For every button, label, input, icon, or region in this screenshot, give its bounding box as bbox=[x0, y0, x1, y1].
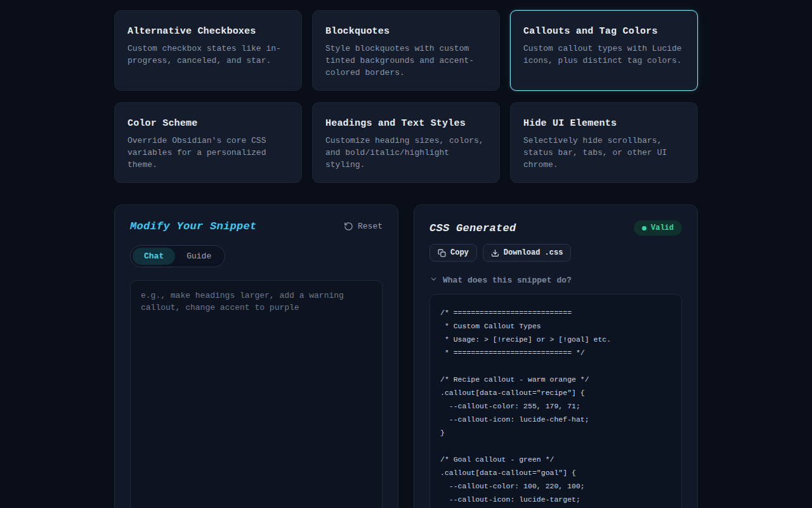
copy-icon bbox=[438, 249, 446, 257]
card-title: Hide UI Elements bbox=[523, 118, 684, 129]
css-generated-panel: CSS Generated Valid Copy Down bbox=[414, 204, 698, 508]
modify-snippet-panel: Modify Your Snippet Reset Chat Guide bbox=[114, 204, 398, 508]
card-title: Color Scheme bbox=[128, 118, 289, 129]
copy-button[interactable]: Copy bbox=[429, 244, 477, 262]
card-description: Style blockquotes with custom tinted bac… bbox=[325, 43, 487, 79]
card-title: Blockquotes bbox=[325, 26, 487, 37]
card-callouts-and-tag-colors[interactable]: Callouts and Tag Colors Custom callout t… bbox=[510, 10, 698, 91]
tab-chat[interactable]: Chat bbox=[133, 248, 175, 265]
card-description: Selectively hide scrollbars, status bar,… bbox=[523, 135, 684, 171]
card-title: Callouts and Tag Colors bbox=[523, 26, 684, 37]
panel-title: Modify Your Snippet bbox=[130, 220, 257, 232]
generated-css-code-box[interactable]: /* =========================== * Custom … bbox=[429, 294, 682, 508]
card-title: Alternative Checkboxes bbox=[128, 26, 289, 37]
chevron-down-icon bbox=[429, 275, 438, 286]
chat-prompt-input[interactable] bbox=[130, 280, 383, 508]
editor-mode-toggle: Chat Guide bbox=[130, 245, 225, 267]
status-dot-icon bbox=[642, 226, 646, 231]
explain-label: What does this snippet do? bbox=[443, 276, 572, 285]
card-description: Custom checkbox states like in-progress,… bbox=[128, 43, 289, 67]
card-blockquotes[interactable]: Blockquotes Style blockquotes with custo… bbox=[312, 10, 500, 91]
card-description: Custom callout types with Lucide icons, … bbox=[523, 43, 684, 67]
panel-title: CSS Generated bbox=[429, 222, 516, 234]
copy-label: Copy bbox=[450, 248, 469, 257]
download-icon bbox=[491, 249, 499, 257]
generated-css-code: /* =========================== * Custom … bbox=[440, 306, 671, 508]
download-css-button[interactable]: Download .css bbox=[483, 244, 572, 262]
card-description: Customize heading sizes, colors, and bol… bbox=[325, 135, 487, 171]
card-hide-ui-elements[interactable]: Hide UI Elements Selectively hide scroll… bbox=[510, 102, 698, 183]
reset-label: Reset bbox=[358, 222, 383, 231]
rotate-ccw-icon bbox=[344, 222, 353, 231]
card-alternative-checkboxes[interactable]: Alternative Checkboxes Custom checkbox s… bbox=[114, 10, 302, 91]
card-title: Headings and Text Styles bbox=[325, 118, 487, 129]
snippet-card-grid: Alternative Checkboxes Custom checkbox s… bbox=[114, 10, 698, 183]
card-headings-and-text-styles[interactable]: Headings and Text Styles Customize headi… bbox=[312, 102, 500, 183]
page-container: Alternative Checkboxes Custom checkbox s… bbox=[114, 0, 698, 508]
reset-button[interactable]: Reset bbox=[344, 222, 383, 231]
status-badge: Valid bbox=[634, 220, 682, 236]
explain-snippet-toggle[interactable]: What does this snippet do? bbox=[429, 275, 682, 286]
status-label: Valid bbox=[651, 224, 674, 232]
download-label: Download .css bbox=[504, 248, 563, 257]
card-color-scheme[interactable]: Color Scheme Override Obsidian's core CS… bbox=[114, 102, 302, 183]
card-description: Override Obsidian's core CSS variables f… bbox=[128, 135, 289, 171]
workspace-panels: Modify Your Snippet Reset Chat Guide CSS… bbox=[114, 204, 698, 508]
tab-guide[interactable]: Guide bbox=[175, 248, 223, 265]
